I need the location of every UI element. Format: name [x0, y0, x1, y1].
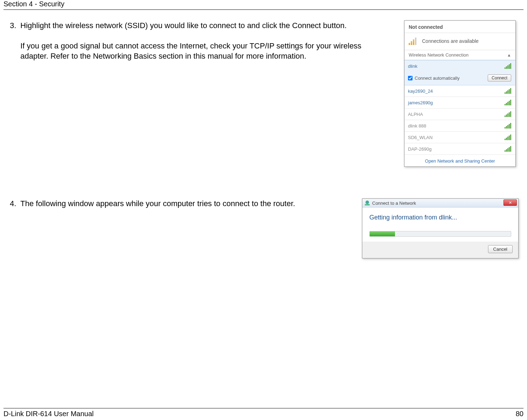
section-header: Section 4 - Security	[4, 0, 523, 10]
signal-bars-icon	[505, 134, 511, 140]
wifi-network-name: DAP-2690g	[408, 146, 432, 152]
wifi-network-name: kay2690_24	[408, 88, 433, 94]
connect-button[interactable]: Connect	[488, 74, 511, 81]
signal-bars-icon	[505, 111, 511, 117]
wifi-network-flyout: Not connected Connections are available …	[404, 20, 516, 167]
svg-rect-0	[365, 204, 370, 205]
wifi-network-item[interactable]: dlink 888	[404, 120, 515, 132]
dialog-message: Getting information from dlink...	[369, 214, 511, 221]
wifi-network-item-selected[interactable]: dlink	[404, 60, 515, 72]
signal-bars-icon	[505, 88, 511, 94]
page-number: 80	[516, 410, 523, 418]
step-4-number: 4.	[10, 198, 20, 219]
signal-bars-icon	[505, 63, 511, 69]
svg-point-1	[365, 201, 369, 204]
auto-connect-checkbox[interactable]: Connect automatically	[408, 76, 460, 81]
wifi-network-item[interactable]: kay2690_24	[404, 85, 515, 97]
network-icon	[364, 200, 370, 206]
manual-title: D-Link DIR-614 User Manual	[4, 410, 94, 418]
wifi-network-name: ALPHA	[408, 112, 423, 117]
step-3-text-2: If you get a good signal but cannot acce…	[20, 41, 390, 61]
wifi-network-item[interactable]: ALPHA	[404, 109, 515, 120]
wifi-network-item[interactable]: SD6_WLAN	[404, 132, 515, 143]
wifi-status: Not connected	[404, 21, 515, 33]
wifi-network-name: james2690g	[408, 100, 433, 105]
signal-bars-icon	[505, 100, 511, 105]
signal-bars-icon	[505, 146, 511, 152]
chevron-up-icon[interactable]: ▲	[507, 53, 511, 58]
step-3: 3. Highlight the wireless network (SSID)…	[10, 20, 390, 71]
wifi-network-item[interactable]: james2690g	[404, 97, 515, 109]
auto-connect-input[interactable]	[408, 76, 413, 80]
cancel-button[interactable]: Cancel	[488, 245, 513, 253]
step-4-text-1: The following window appears while your …	[20, 198, 348, 209]
wifi-network-item[interactable]: DAP-2690g	[404, 143, 515, 155]
wifi-section-title: Wireless Network Connection	[409, 52, 469, 58]
progress-bar	[369, 231, 511, 237]
auto-connect-label: Connect automatically	[415, 76, 460, 81]
open-network-center-link[interactable]: Open Network and Sharing Center	[404, 155, 515, 166]
step-3-number: 3.	[10, 20, 20, 71]
close-icon[interactable]: ✕	[503, 199, 517, 206]
wifi-network-name: SD6_WLAN	[408, 135, 433, 140]
wifi-available-text: Connections are available	[422, 38, 479, 44]
wifi-signal-icon	[409, 37, 419, 45]
step-3-text-1: Highlight the wireless network (SSID) yo…	[20, 20, 390, 31]
connect-to-network-dialog: Connect to a Network ✕ Getting informati…	[362, 198, 519, 258]
step-4: 4. The following window appears while yo…	[10, 198, 348, 219]
wifi-network-name: dlink	[408, 64, 417, 69]
wifi-network-name: dlink 888	[408, 123, 426, 129]
dialog-title: Connect to a Network	[372, 201, 416, 206]
signal-bars-icon	[505, 123, 511, 129]
